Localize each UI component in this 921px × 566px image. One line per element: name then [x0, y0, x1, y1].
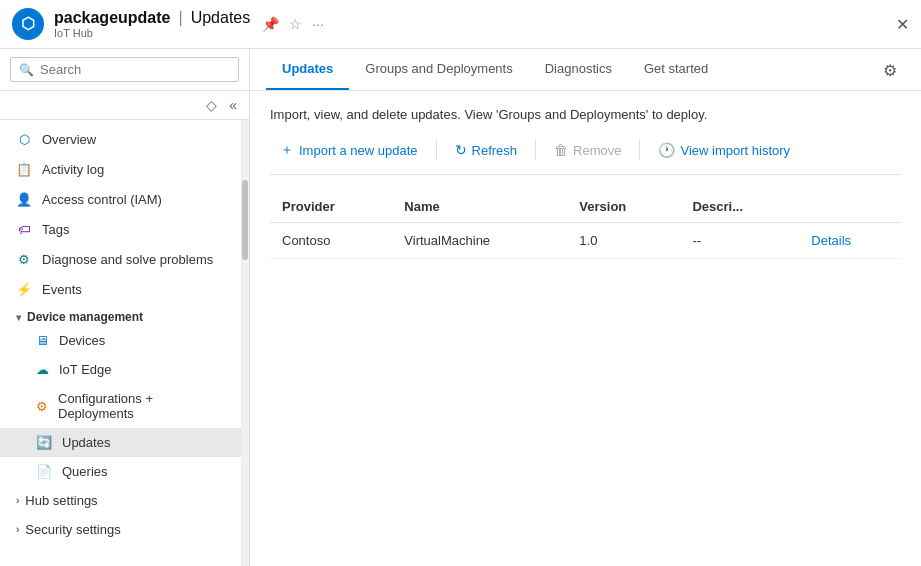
refresh-label: Refresh — [472, 143, 518, 158]
overview-icon: ⬡ — [16, 131, 32, 147]
updates-table: Provider Name Version Descri... Contoso … — [270, 191, 901, 259]
refresh-button[interactable]: ↻ Refresh — [445, 137, 528, 163]
subtitle: IoT Hub — [54, 27, 250, 39]
toolbar-separator-3 — [639, 140, 640, 160]
tab-get-started[interactable]: Get started — [628, 49, 724, 90]
sidebar-item-devices[interactable]: 🖥 Devices — [0, 326, 241, 355]
pin-icon[interactable]: 📌 — [262, 16, 279, 32]
activity-log-icon: 📋 — [16, 161, 32, 177]
security-settings-label: Security settings — [25, 522, 120, 537]
toolbar: ＋ Import a new update ↻ Refresh 🗑 Remove… — [270, 136, 901, 175]
device-management-label: Device management — [27, 310, 143, 324]
toolbar-separator-1 — [436, 140, 437, 160]
sidebar-item-configurations[interactable]: ⚙ Configurations + Deployments — [0, 384, 241, 428]
history-icon: 🕐 — [658, 142, 675, 158]
sidebar-collapse-icon[interactable]: « — [225, 95, 241, 115]
sidebar-item-access-control[interactable]: 👤 Access control (IAM) — [0, 184, 241, 214]
tabs: Updates Groups and Deployments Diagnosti… — [266, 49, 724, 90]
refresh-icon: ↻ — [455, 142, 467, 158]
device-management-chevron: ▾ — [16, 312, 21, 323]
svg-text:⬡: ⬡ — [21, 15, 35, 32]
details-link[interactable]: Details — [811, 233, 851, 248]
remove-label: Remove — [573, 143, 621, 158]
sidebar-item-access-control-label: Access control (IAM) — [42, 192, 162, 207]
hub-settings-label: Hub settings — [25, 493, 97, 508]
resource-name: packageupdate — [54, 9, 170, 27]
import-update-button[interactable]: ＋ Import a new update — [270, 136, 428, 164]
sidebar-scrollbar[interactable] — [241, 120, 249, 566]
sidebar-item-overview-label: Overview — [42, 132, 96, 147]
sidebar-item-iot-edge[interactable]: ☁ IoT Edge — [0, 355, 241, 384]
sidebar-nav: ⬡ Overview 📋 Activity log 👤 Access contr… — [0, 120, 241, 566]
devices-icon: 🖥 — [36, 333, 49, 348]
more-icon[interactable]: ··· — [312, 16, 324, 32]
col-provider: Provider — [270, 191, 392, 223]
view-history-label: View import history — [680, 143, 790, 158]
col-description: Descri... — [680, 191, 799, 223]
sidebar-item-diagnose[interactable]: ⚙ Diagnose and solve problems — [0, 244, 241, 274]
cell-name: VirtualMachine — [392, 223, 567, 259]
search-input[interactable] — [40, 62, 230, 77]
sidebar-item-activity-log[interactable]: 📋 Activity log — [0, 154, 241, 184]
sidebar-item-tags-label: Tags — [42, 222, 69, 237]
cell-provider: Contoso — [270, 223, 392, 259]
sidebar: 🔍 ◇ « ⬡ Overview 📋 Activity log — [0, 49, 250, 566]
tab-settings-icon[interactable]: ⚙ — [875, 51, 905, 90]
sidebar-item-updates[interactable]: 🔄 Updates — [0, 428, 241, 457]
device-management-section[interactable]: ▾ Device management — [0, 304, 241, 326]
title-bar-text: packageupdate | Updates IoT Hub — [54, 9, 250, 39]
sidebar-item-updates-label: Updates — [62, 435, 110, 450]
access-control-icon: 👤 — [16, 191, 32, 207]
table-row: Contoso VirtualMachine 1.0 -- Details — [270, 223, 901, 259]
sidebar-item-queries-label: Queries — [62, 464, 108, 479]
sidebar-item-tags[interactable]: 🏷 Tags — [0, 214, 241, 244]
remove-button[interactable]: 🗑 Remove — [544, 137, 631, 163]
updates-icon: 🔄 — [36, 435, 52, 450]
col-name: Name — [392, 191, 567, 223]
sidebar-item-events-label: Events — [42, 282, 82, 297]
app-logo: ⬡ — [12, 8, 44, 40]
view-history-button[interactable]: 🕐 View import history — [648, 137, 800, 163]
col-version: Version — [567, 191, 680, 223]
configurations-icon: ⚙ — [36, 399, 48, 414]
page-name: Updates — [191, 9, 251, 27]
sidebar-item-hub-settings[interactable]: › Hub settings — [0, 486, 241, 515]
sidebar-scroll-thumb[interactable] — [242, 180, 248, 260]
tags-icon: 🏷 — [16, 221, 32, 237]
sidebar-item-activity-log-label: Activity log — [42, 162, 104, 177]
col-actions — [799, 191, 901, 223]
iot-edge-icon: ☁ — [36, 362, 49, 377]
cell-version: 1.0 — [567, 223, 680, 259]
search-input-wrap[interactable]: 🔍 — [10, 57, 239, 82]
sidebar-item-security-settings[interactable]: › Security settings — [0, 515, 241, 544]
title-actions: 📌 ☆ ··· — [262, 16, 324, 32]
import-icon: ＋ — [280, 141, 294, 159]
content-area: Updates Groups and Deployments Diagnosti… — [250, 49, 921, 566]
sidebar-item-events[interactable]: ⚡ Events — [0, 274, 241, 304]
cell-description: -- — [680, 223, 799, 259]
sidebar-item-queries[interactable]: 📄 Queries — [0, 457, 241, 486]
title-separator: | — [178, 9, 182, 27]
security-settings-chevron: › — [16, 524, 19, 535]
content-description: Import, view, and delete updates. View '… — [270, 107, 901, 122]
sidebar-item-overview[interactable]: ⬡ Overview — [0, 124, 241, 154]
tab-bar: Updates Groups and Deployments Diagnosti… — [250, 49, 921, 91]
table-body: Contoso VirtualMachine 1.0 -- Details — [270, 223, 901, 259]
close-button[interactable]: ✕ — [896, 15, 909, 34]
sidebar-item-iot-edge-label: IoT Edge — [59, 362, 112, 377]
sidebar-item-devices-label: Devices — [59, 333, 105, 348]
tab-diagnostics[interactable]: Diagnostics — [529, 49, 628, 90]
sidebar-tools: ◇ « — [0, 91, 249, 120]
sidebar-item-diagnose-label: Diagnose and solve problems — [42, 252, 213, 267]
favorite-icon[interactable]: ☆ — [289, 16, 302, 32]
sidebar-item-configurations-label: Configurations + Deployments — [58, 391, 225, 421]
toolbar-separator-2 — [535, 140, 536, 160]
search-bar: 🔍 — [0, 49, 249, 91]
remove-icon: 🗑 — [554, 142, 568, 158]
tab-groups-deployments[interactable]: Groups and Deployments — [349, 49, 528, 90]
events-icon: ⚡ — [16, 281, 32, 297]
table-header-row: Provider Name Version Descri... — [270, 191, 901, 223]
tab-updates[interactable]: Updates — [266, 49, 349, 90]
import-update-label: Import a new update — [299, 143, 418, 158]
sidebar-diamond-icon[interactable]: ◇ — [202, 95, 221, 115]
